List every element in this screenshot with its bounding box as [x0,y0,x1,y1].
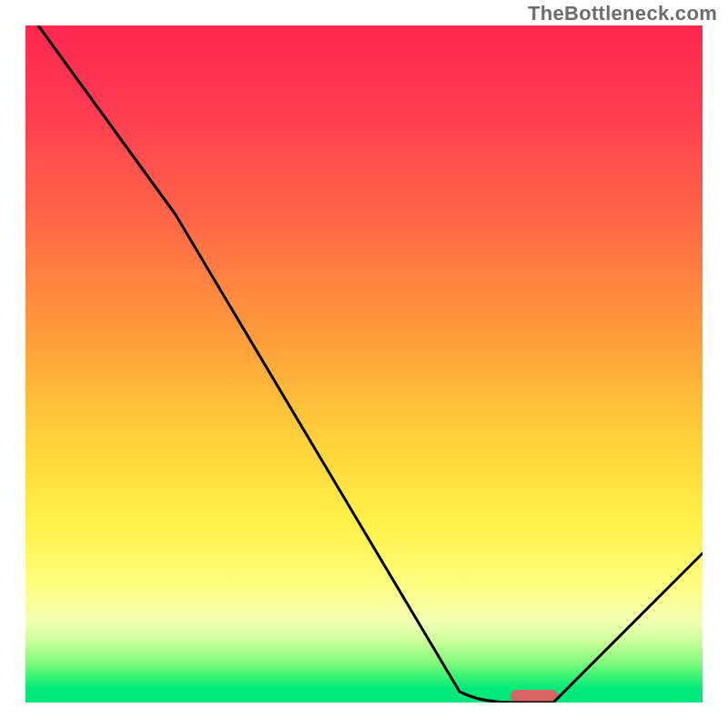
chart-container: TheBottleneck.com [0,0,728,728]
bottleneck-curve [25,25,703,703]
curve-path [38,25,703,703]
watermark-text: TheBottleneck.com [528,2,717,25]
plot-area [25,25,703,703]
